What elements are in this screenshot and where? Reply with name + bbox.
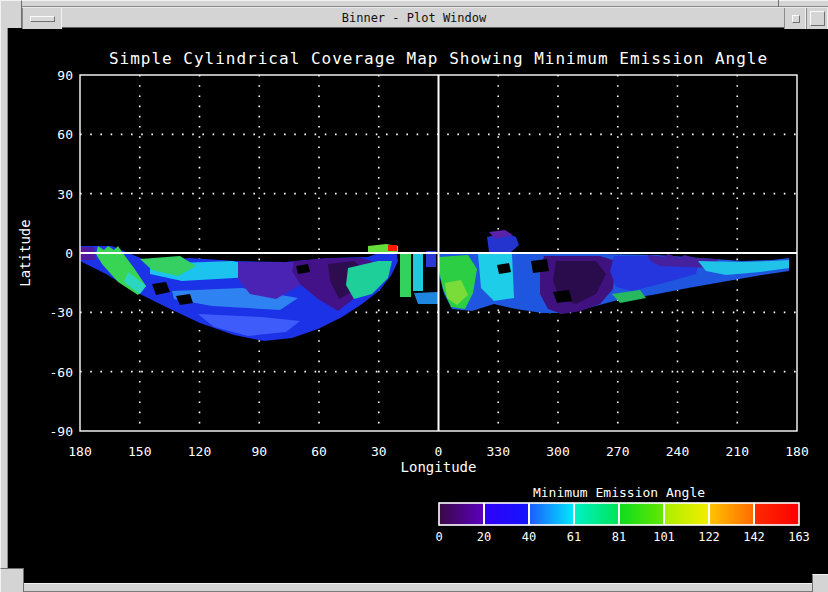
colorbar-segment (709, 503, 754, 525)
y-tick-label: -60 (50, 365, 73, 380)
y-tick-label: -90 (50, 424, 73, 439)
colorbar-tick-label: 101 (653, 530, 675, 544)
x-tick-label: 90 (251, 444, 267, 459)
colorbar-segment (619, 503, 664, 525)
y-tick-label: -30 (50, 305, 73, 320)
colorbar-tick-label: 81 (612, 530, 626, 544)
coverage-shape (531, 259, 549, 273)
coverage-shape (413, 254, 423, 291)
colorbar-segment (529, 503, 574, 525)
y-axis-label: Latitude (17, 219, 33, 286)
window-frame-bottom[interactable] (0, 583, 828, 592)
minimize-button[interactable] (784, 8, 806, 29)
colorbar-tick-label: 0 (435, 530, 442, 544)
window-frame-separator (778, 0, 779, 7)
colorbar-segment (574, 503, 619, 525)
x-axis-label: Longitude (401, 459, 477, 475)
window-resize-corner-bottom-right[interactable] (812, 574, 828, 592)
colorbar-tick-label: 142 (743, 530, 765, 544)
x-tick-label: 30 (371, 444, 387, 459)
window-resize-corner-bottom-left[interactable] (0, 568, 24, 592)
colorbar-tick-label: 40 (522, 530, 536, 544)
coverage-shape (388, 245, 397, 251)
x-tick-label: 60 (311, 444, 327, 459)
window-resize-corner-top-left[interactable] (0, 0, 22, 28)
maximize-square-icon (810, 11, 825, 26)
coverage-shape (400, 252, 411, 297)
coverage-map-chart: Simple Cylindrical Coverage Map Showing … (0, 0, 828, 592)
minimize-square-icon (792, 15, 800, 23)
y-tick-label: 0 (65, 246, 73, 261)
x-tick-label: 270 (606, 444, 629, 459)
window-menu-button[interactable] (22, 8, 62, 29)
y-tick-label: 90 (57, 68, 73, 83)
colorbar-title: Minimum Emission Angle (533, 485, 705, 500)
maximize-button[interactable] (806, 8, 828, 29)
colorbar-segment (439, 503, 484, 525)
x-tick-label: 180 (785, 444, 808, 459)
colorbar-tick-label: 20 (477, 530, 491, 544)
window-titlebar[interactable]: Binner - Plot Window (0, 7, 828, 28)
coverage-data (80, 230, 789, 341)
x-tick-label: 120 (188, 444, 211, 459)
colorbar-segment (664, 503, 709, 525)
plot-window: Simple Cylindrical Coverage Map Showing … (0, 0, 828, 592)
window-menu-dash-icon (30, 16, 55, 22)
y-tick-label: 60 (57, 127, 73, 142)
y-tick-label: 30 (57, 187, 73, 202)
colorbar-tick-label: 122 (698, 530, 720, 544)
colorbar-segment (484, 503, 529, 525)
colorbar-tick-label: 61 (567, 530, 581, 544)
colorbar-tick-label: 163 (788, 530, 810, 544)
colorbar (439, 503, 799, 525)
x-tick-label: 0 (435, 444, 443, 459)
x-tick-label: 240 (666, 444, 689, 459)
window-title: Binner - Plot Window (0, 11, 828, 25)
window-frame-top[interactable] (0, 0, 828, 7)
x-tick-label: 210 (726, 444, 749, 459)
plot-title: Simple Cylindrical Coverage Map Showing … (109, 49, 768, 68)
window-frame-left[interactable] (0, 28, 8, 569)
x-tick-label: 300 (546, 444, 569, 459)
x-tick-label: 180 (68, 444, 91, 459)
x-tick-label: 150 (128, 444, 151, 459)
coverage-shape (414, 292, 438, 304)
x-tick-label: 330 (487, 444, 510, 459)
colorbar-segment (754, 503, 799, 525)
